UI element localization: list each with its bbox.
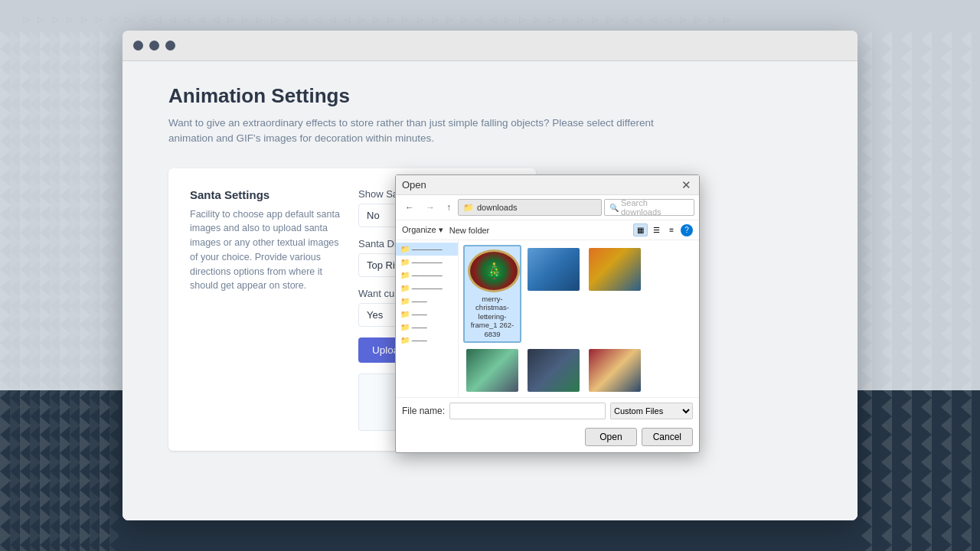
- sidebar-item-8[interactable]: 📁 ——: [396, 334, 458, 347]
- dialog-forward-button[interactable]: →: [421, 200, 439, 215]
- dialog-title: Open: [402, 179, 426, 191]
- sidebar-item-5[interactable]: 📁 ——: [396, 295, 458, 308]
- window-dot-1: [133, 41, 143, 51]
- svg-rect-5: [861, 31, 980, 551]
- new-folder-button[interactable]: New folder: [449, 226, 490, 235]
- search-icon: 🔍: [609, 204, 619, 212]
- dialog-back-button[interactable]: ←: [400, 200, 419, 215]
- section-info: Santa Settings Facility to choose app de…: [190, 188, 343, 431]
- file-label-1: merry-christmas-lettering-frame_1 262-68…: [468, 295, 517, 338]
- file-dialog: Open ✕ ← → ↑ 📁 downloads 🔍 Search downlo…: [395, 174, 700, 453]
- file-thumb-4: [466, 349, 518, 392]
- sidebar-item-6[interactable]: 📁 ——: [396, 308, 458, 321]
- dialog-open-button[interactable]: Open: [585, 428, 636, 446]
- view-details-button[interactable]: ≡: [665, 223, 678, 236]
- organize-button[interactable]: Organize ▾: [402, 225, 443, 235]
- dialog-address-bar: 📁 downloads: [458, 199, 602, 216]
- arrow-decoration-top: ▷ ▷ ▷ ▷ ▷ ▷ ▷ ▷ ◁ ◁ ◁ ◁ ◁ ◁ ▷ ▷ ▷ ▷ ▷ ◁ …: [0, 11, 980, 28]
- section-title: Santa Settings: [190, 188, 343, 201]
- page-description: Want to give an extraordinary effects to…: [168, 116, 689, 147]
- dialog-filename-row: File name: Custom Files: [396, 397, 699, 424]
- sidebar-folder-icon-7: 📁: [400, 323, 410, 331]
- dialog-body: 📁 ———— 📁 ———— 📁 ———— 📁 ———— 📁 —— 📁 ——: [396, 240, 699, 397]
- file-item-christmas[interactable]: 🎄 merry-christmas-lettering-frame_1 262-…: [463, 245, 521, 343]
- window-dot-3: [165, 41, 175, 51]
- section-description: Facility to choose app default santa ima…: [190, 207, 343, 294]
- sidebar-item-7[interactable]: 📁 ——: [396, 321, 458, 334]
- sidebar-folder-icon-4: 📁: [400, 284, 410, 292]
- sidebar-folder-icon-6: 📁: [400, 310, 410, 318]
- sidebar-item-2[interactable]: 📁 ————: [396, 256, 458, 269]
- sidebar-folder-icon-2: 📁: [400, 258, 410, 266]
- sidebar-item-1[interactable]: 📁 ————: [396, 243, 458, 256]
- sidebar-item-4[interactable]: 📁 ————: [396, 282, 458, 295]
- sidebar-item-3[interactable]: 📁 ————: [396, 269, 458, 282]
- dialog-nav-toolbar: ← → ↑ 📁 downloads 🔍 Search downloads: [396, 195, 699, 220]
- file-item-2[interactable]: [524, 245, 583, 343]
- sidebar-folder-icon: 📁: [400, 245, 410, 253]
- right-triangle-pattern: [861, 31, 980, 551]
- search-placeholder: Search downloads: [621, 198, 689, 217]
- arrow-row: ▷ ▷ ▷ ▷ ▷ ▷ ▷ ▷ ◁ ◁ ◁ ◁ ◁ ◁ ▷ ▷ ▷ ▷ ▷ ◁ …: [23, 15, 733, 24]
- dialog-sidebar: 📁 ———— 📁 ———— 📁 ———— 📁 ———— 📁 —— 📁 ——: [396, 240, 459, 397]
- dialog-up-button[interactable]: ↑: [442, 200, 456, 215]
- file-item-4[interactable]: [463, 346, 521, 397]
- file-thumb-2: [528, 248, 580, 291]
- folder-icon: 📁: [463, 203, 474, 213]
- file-item-3[interactable]: [586, 245, 644, 343]
- dialog-file-grid: 🎄 merry-christmas-lettering-frame_1 262-…: [459, 240, 699, 397]
- sidebar-folder-icon-3: 📁: [400, 271, 410, 279]
- filename-input[interactable]: [449, 403, 606, 419]
- dialog-search-bar[interactable]: 🔍 Search downloads: [604, 199, 694, 216]
- dialog-close-button[interactable]: ✕: [680, 179, 693, 191]
- window-titlebar: [122, 31, 858, 61]
- file-thumb-5: [528, 349, 580, 392]
- address-text: downloads: [477, 203, 518, 212]
- file-thumb-6: [589, 349, 641, 392]
- view-list-button[interactable]: ☰: [649, 223, 664, 236]
- svg-rect-3: [0, 31, 119, 551]
- filetype-select[interactable]: Custom Files: [610, 403, 693, 419]
- file-item-6[interactable]: [586, 346, 644, 397]
- filename-label: File name:: [402, 406, 445, 416]
- help-button[interactable]: ?: [681, 224, 693, 236]
- file-item-5[interactable]: [524, 346, 583, 397]
- left-triangle-pattern: [0, 31, 119, 551]
- dialog-cancel-button[interactable]: Cancel: [642, 428, 693, 446]
- christmas-thumb: 🎄: [468, 249, 520, 292]
- view-grid-button[interactable]: ▦: [633, 223, 648, 236]
- dialog-titlebar: Open ✕: [396, 175, 699, 195]
- page-title: Animation Settings: [168, 84, 835, 108]
- dialog-secondary-toolbar: Organize ▾ New folder ▦ ☰ ≡ ?: [396, 220, 699, 240]
- dialog-actions: Open Cancel: [396, 424, 699, 452]
- sidebar-folder-icon-8: 📁: [400, 336, 410, 344]
- sidebar-folder-icon-5: 📁: [400, 297, 410, 305]
- file-thumb-3: [589, 248, 641, 291]
- sidebar: [122, 61, 145, 520]
- window-dot-2: [149, 41, 159, 51]
